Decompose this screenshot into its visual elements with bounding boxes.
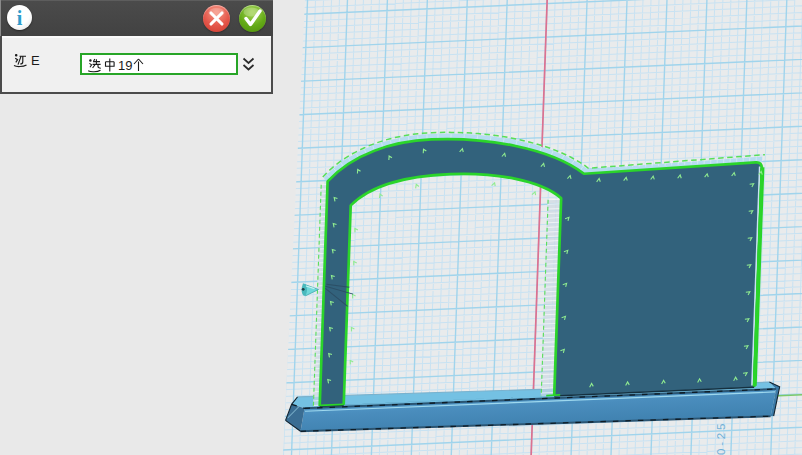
svg-text:E: E: [31, 53, 40, 68]
svg-text:0-25: 0-25: [715, 421, 727, 455]
svg-text:19: 19: [118, 58, 132, 73]
svg-text:i: i: [17, 7, 23, 29]
